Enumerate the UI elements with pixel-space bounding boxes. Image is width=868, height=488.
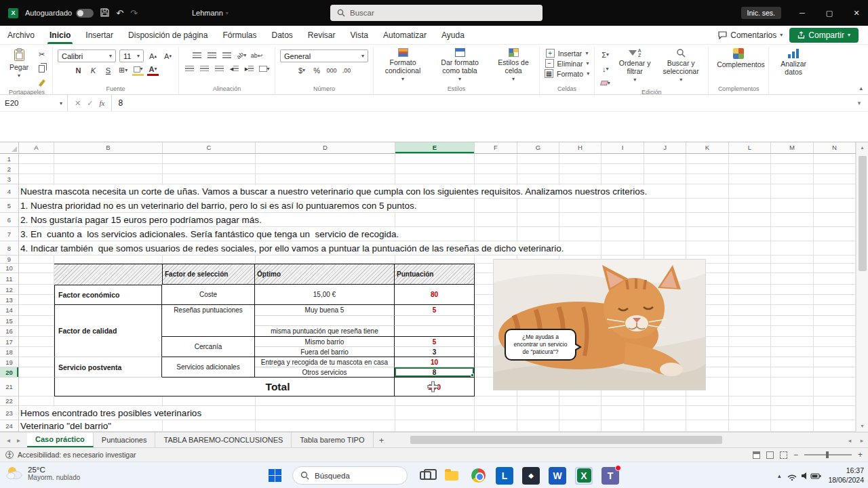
horizontal-scroll-thumb[interactable]	[410, 436, 722, 444]
formula-input[interactable]: 8	[112, 95, 850, 111]
tab-ayuda[interactable]: Ayuda	[434, 26, 472, 44]
sheet-text-row-7[interactable]: 3. En cuanto a los servicios adicionales…	[19, 228, 399, 241]
decimal-buttons[interactable]: ,00	[341, 64, 353, 76]
sheet-tab-caso-practico[interactable]: Caso práctico	[27, 432, 94, 447]
cell-cercania[interactable]: Cercanía	[162, 337, 255, 357]
align-right-button[interactable]	[214, 63, 225, 75]
align-bottom-button[interactable]	[221, 49, 233, 61]
clear-button[interactable]: ▾	[599, 77, 611, 89]
column-header-M[interactable]: M	[771, 142, 814, 153]
cell-cercania-optimo1[interactable]: Mismo barrio	[255, 337, 395, 347]
sheet-text-row-24[interactable]: Veterinario "del barrio"	[19, 421, 111, 431]
tab-archivo[interactable]: Archivo	[0, 26, 42, 44]
sheet-text-row-23[interactable]: Hemos encontrado tres posibles veterinar…	[19, 407, 201, 420]
cell-cercania-puntos2[interactable]: 3	[395, 347, 475, 357]
column-header-I[interactable]: I	[601, 142, 644, 153]
italic-button[interactable]: K	[87, 64, 99, 76]
word-icon[interactable]: W	[549, 467, 566, 485]
merge-center-button[interactable]: ▾	[258, 63, 270, 75]
row-header-24[interactable]: 24	[0, 420, 18, 432]
cell-empty[interactable]	[395, 316, 475, 326]
cell-e20-selected[interactable]: 8	[395, 367, 475, 378]
row-header-1[interactable]: 1	[0, 154, 18, 164]
sheet-tab-tabla-baremo-tipo[interactable]: Tabla baremo TIPO	[292, 432, 373, 447]
tab-inicio[interactable]: Inicio	[42, 26, 78, 44]
expand-formula-bar-button[interactable]: ▾	[850, 95, 868, 111]
autosave-toggle[interactable]	[76, 9, 94, 18]
borders-button[interactable]: ⊞▾	[117, 64, 129, 76]
page-layout-view-button[interactable]	[766, 451, 774, 459]
column-header-L[interactable]: L	[729, 142, 771, 153]
maximize-button[interactable]: ▢	[818, 0, 841, 26]
share-button[interactable]: Compartir ▾	[789, 28, 859, 43]
app-dark-icon[interactable]: ◆	[522, 467, 540, 485]
cell-resenas[interactable]: Reseñas puntuaciones	[162, 305, 255, 337]
addins-button[interactable]: Complementos	[713, 47, 764, 69]
page-break-view-button[interactable]	[780, 451, 787, 459]
cell-postventa-optimo1[interactable]: Entrega y recogida de tu mascota en casa	[255, 357, 395, 367]
delete-cells-button[interactable]: − Eliminar▾	[545, 59, 589, 68]
format-painter-button[interactable]	[36, 77, 47, 89]
font-color-button[interactable]: A▾	[147, 64, 159, 76]
scroll-up-arrow[interactable]: ▴	[856, 142, 868, 153]
cell-coste-puntos[interactable]: 80	[395, 285, 475, 305]
sheet-tab-puntuaciones[interactable]: Puntuaciones	[94, 432, 156, 447]
row-header-20[interactable]: 20	[0, 367, 18, 378]
column-header-N[interactable]: N	[814, 142, 856, 153]
row-header-10[interactable]: 10	[0, 264, 18, 273]
tab-insertar[interactable]: Insertar	[78, 26, 121, 44]
zoom-in-button[interactable]: +	[858, 451, 863, 459]
redo-button[interactable]: ↷	[130, 9, 138, 18]
chrome-icon[interactable]	[469, 467, 487, 485]
column-header-C[interactable]: C	[163, 142, 256, 153]
cell-coste-optimo[interactable]: 15,00 €	[255, 285, 395, 305]
collapse-ribbon-button[interactable]: ▴	[859, 85, 863, 92]
autosum-button[interactable]: Σ▾	[599, 49, 611, 60]
column-header-J[interactable]: J	[644, 142, 686, 153]
align-left-button[interactable]	[184, 63, 195, 75]
percent-format-button[interactable]: %	[311, 64, 323, 76]
paste-button[interactable]: Pegar ▾	[6, 47, 32, 79]
cell-cercania-puntos1[interactable]: 5	[395, 337, 475, 347]
excel-taskbar-icon[interactable]: X	[575, 467, 593, 485]
app-l-icon[interactable]: L	[496, 467, 513, 485]
cell-factor-economico[interactable]: Factor económico	[54, 285, 162, 305]
fill-color-button[interactable]: ▾	[132, 64, 144, 76]
row-header-4[interactable]: 4	[0, 184, 18, 199]
chat-icon[interactable]: T	[601, 467, 619, 485]
cell-resenas-optimo2[interactable]: misma puntuación que reseña tiene	[255, 326, 395, 337]
row-header-18[interactable]: 18	[0, 347, 18, 357]
sheet-text-row-8[interactable]: 4. Indicar también que somos usuarios de…	[19, 242, 564, 255]
analyze-data-button[interactable]: Analizar datos	[774, 47, 813, 77]
sheet-nav-left-arrow[interactable]: ◂	[7, 436, 10, 444]
cut-button[interactable]: ✂	[36, 49, 47, 60]
align-center-button[interactable]	[199, 63, 210, 75]
sheet-text-row-5[interactable]: 1. Nuestra prioridad no es un veterinari…	[19, 199, 417, 212]
fill-handle[interactable]	[471, 373, 474, 377]
tab-datos[interactable]: Datos	[264, 26, 300, 44]
row-header-15[interactable]: 15	[0, 316, 18, 326]
tab-automatizar[interactable]: Automatizar	[376, 26, 434, 44]
row-header-8[interactable]: 8	[0, 241, 18, 256]
column-header-F[interactable]: F	[475, 142, 517, 153]
sign-in-button[interactable]: Inic. ses.	[741, 7, 781, 19]
sheet-tab-tabla-baremo-conclusiones[interactable]: TABLA BAREMO-CONCLUSIONES	[155, 432, 292, 447]
conditional-formatting-button[interactable]: Formato condicional ▾	[378, 47, 427, 83]
currency-format-button[interactable]: $▾	[296, 64, 308, 76]
format-as-table-button[interactable]: Dar formato como tabla ▾	[433, 47, 487, 83]
vertical-scroll-thumb[interactable]	[859, 156, 867, 271]
row-header-13[interactable]: 13	[0, 295, 18, 305]
close-button[interactable]: ✕	[845, 0, 868, 26]
cell-postventa-optimo2[interactable]: Otros servicios	[255, 367, 395, 378]
find-select-button[interactable]: Buscar y seleccionar ▾	[658, 47, 703, 83]
row-header-2[interactable]: 2	[0, 164, 18, 174]
cell-header-optimo[interactable]: Óptimo	[255, 264, 395, 285]
taskbar-clock[interactable]: 16:37 18/06/2024	[828, 466, 864, 485]
title-search-box[interactable]: Buscar	[330, 5, 542, 21]
zoom-knob[interactable]	[826, 451, 829, 458]
workbook-menu[interactable]: Lehmann ▾	[192, 9, 229, 17]
row-header-19[interactable]: 19	[0, 357, 18, 367]
task-view-icon[interactable]	[416, 467, 434, 485]
underline-button[interactable]: S	[102, 64, 114, 76]
tab-revisar[interactable]: Revisar	[300, 26, 343, 44]
